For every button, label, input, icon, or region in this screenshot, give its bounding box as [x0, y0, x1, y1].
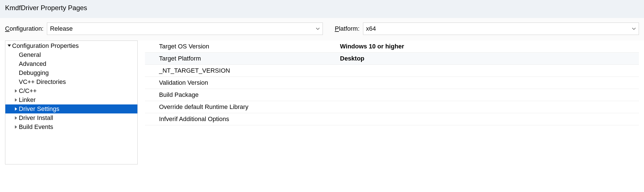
- property-label: Infverif Additional Options: [145, 115, 339, 123]
- tree-item-label: General: [19, 51, 41, 59]
- chevron-down-icon: [316, 27, 320, 31]
- tree-item-build-events[interactable]: Build Events: [5, 122, 137, 131]
- tree-item-general[interactable]: General: [5, 50, 137, 59]
- tree-item-driver-install[interactable]: Driver Install: [5, 113, 137, 122]
- tree-item-label: VC++ Directories: [19, 78, 66, 86]
- property-row[interactable]: Build Package: [145, 89, 639, 101]
- tree-item-debugging[interactable]: Debugging: [5, 68, 137, 77]
- property-label: Validation Version: [145, 79, 339, 86]
- tree-item-advanced[interactable]: Advanced: [5, 59, 137, 68]
- expand-icon[interactable]: [13, 98, 19, 102]
- configuration-value: Release: [50, 25, 73, 32]
- tree-item-label: Driver Settings: [19, 105, 59, 113]
- window-title: KmdfDriver Property Pages: [0, 0, 644, 18]
- tree-item-label: C/C++: [19, 87, 37, 95]
- tree-item-vc-directories[interactable]: VC++ Directories: [5, 77, 137, 86]
- property-label: Override default Runtime Library: [145, 103, 339, 111]
- expand-icon[interactable]: [13, 89, 19, 93]
- tree-item-label: Configuration Properties: [12, 42, 79, 50]
- tree-item-label: Build Events: [19, 123, 53, 131]
- tree-item-driver-settings[interactable]: Driver Settings: [5, 104, 137, 113]
- tree-item-label: Debugging: [19, 69, 49, 77]
- configuration-label: Configuration:: [5, 25, 44, 32]
- property-label: _NT_TARGET_VERSION: [145, 67, 339, 74]
- config-toolbar: Configuration: Release Platform: x64: [0, 18, 644, 41]
- property-label: Target Platform: [145, 55, 339, 62]
- property-row[interactable]: Override default Runtime Library: [145, 101, 639, 113]
- property-row[interactable]: Validation Version: [145, 77, 639, 89]
- property-row[interactable]: Infverif Additional Options: [145, 113, 639, 125]
- collapse-icon[interactable]: [6, 45, 12, 47]
- tree-item-label: Linker: [19, 96, 36, 104]
- property-tree[interactable]: Configuration PropertiesGeneralAdvancedD…: [5, 41, 138, 164]
- chevron-down-icon: [632, 27, 636, 31]
- tree-item-c-c-[interactable]: C/C++: [5, 86, 137, 95]
- tree-item-label: Driver Install: [19, 114, 53, 122]
- property-label: Build Package: [145, 91, 339, 99]
- property-value[interactable]: Desktop: [339, 55, 639, 62]
- property-row[interactable]: Target OS VersionWindows 10 or higher: [145, 41, 639, 53]
- expand-icon[interactable]: [13, 107, 19, 111]
- property-value[interactable]: Windows 10 or higher: [339, 43, 639, 50]
- platform-dropdown[interactable]: x64: [363, 23, 639, 35]
- tree-item-linker[interactable]: Linker: [5, 95, 137, 104]
- tree-root[interactable]: Configuration Properties: [5, 41, 137, 50]
- property-grid: Target OS VersionWindows 10 or higherTar…: [145, 41, 639, 164]
- configuration-dropdown[interactable]: Release: [47, 23, 323, 35]
- property-row[interactable]: _NT_TARGET_VERSION: [145, 65, 639, 77]
- platform-label: Platform:: [335, 25, 359, 32]
- expand-icon[interactable]: [13, 125, 19, 129]
- expand-icon[interactable]: [13, 116, 19, 120]
- property-row[interactable]: Target PlatformDesktop: [145, 53, 639, 65]
- platform-value: x64: [366, 25, 376, 32]
- property-label: Target OS Version: [145, 43, 339, 50]
- tree-item-label: Advanced: [19, 60, 46, 68]
